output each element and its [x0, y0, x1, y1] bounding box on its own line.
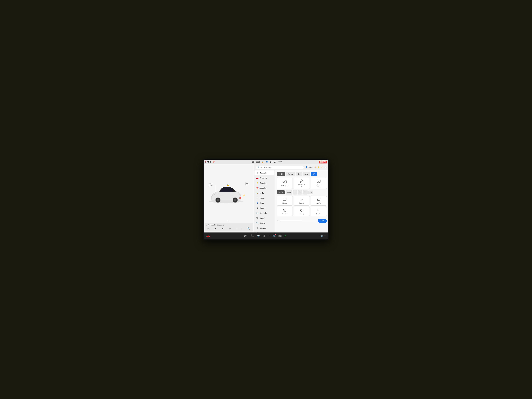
equalizer-button[interactable]: ⋮⋮⋮: [235, 227, 243, 230]
airbag-indicator: PASSENGERAIRBAG OFF: [319, 161, 327, 164]
wiper-off-button[interactable]: Off: [277, 190, 285, 195]
svg-line-40: [285, 211, 286, 211]
wiper-4-button[interactable]: IIII: [309, 190, 313, 194]
sidebar-item-controls[interactable]: ⚙ Controls: [254, 171, 274, 175]
battery-percent: 88%: [252, 161, 255, 163]
dashcam-badge[interactable]: 📹 1: [272, 234, 276, 238]
wiper-2-button[interactable]: II: [298, 190, 302, 195]
play-button[interactable]: ▶: [214, 227, 217, 230]
lights-off-button[interactable]: ☀ Off: [277, 172, 285, 176]
svg-rect-12: [283, 181, 285, 183]
brightness-slider[interactable]: [280, 221, 317, 221]
profile-icon: 👤: [266, 161, 268, 163]
steering-button[interactable]: Steering: [277, 207, 293, 216]
function-grid-1: Fold Mirrors Child: [277, 177, 327, 189]
bell-icon[interactable]: 🔔: [318, 166, 320, 168]
fold-mirrors-button[interactable]: Fold Mirrors: [277, 177, 293, 189]
wiper-auto-button[interactable]: Auto: [286, 190, 292, 195]
svg-point-35: [284, 210, 285, 211]
sidebar-item-autopilot[interactable]: 🎯 Autopilot: [254, 185, 274, 190]
glovebox-button[interactable]: Glovebox: [311, 207, 327, 216]
wiper-icon: [279, 191, 280, 193]
car-icon[interactable]: 🚗: [206, 234, 210, 238]
svg-point-8: [313, 173, 314, 175]
phone-icon[interactable]: 📞: [251, 234, 254, 238]
prev-button[interactable]: ⏮: [207, 227, 210, 230]
lights-on-button[interactable]: On: [296, 172, 302, 176]
svg-point-4: [234, 199, 236, 201]
volume-back-button[interactable]: ‹: [319, 235, 320, 237]
lights-parking-button[interactable]: Parking: [286, 172, 295, 176]
next-button[interactable]: ⏭: [221, 227, 224, 230]
sentry-button[interactable]: Sentry: [294, 207, 310, 216]
spotify-icon[interactable]: ♫: [284, 234, 286, 238]
car-visualization: Open Frunk 🔓 Open Trunk: [205, 165, 253, 220]
car-svg: ⚡: [205, 183, 247, 204]
high-beam-button[interactable]: [310, 172, 317, 176]
camera-icon[interactable]: 📷: [257, 234, 260, 238]
svg-rect-25: [285, 198, 286, 200]
fold-mirrors-label: Fold Mirrors: [281, 185, 289, 187]
charging-icon: ⚡: [256, 182, 259, 184]
sidebar-item-seats[interactable]: 💺 Seats: [254, 201, 274, 205]
home-icon[interactable]: 🏠: [314, 166, 316, 168]
sidebar-item-lights[interactable]: ✦ Lights: [254, 196, 274, 200]
sidebar-item-safety[interactable]: 🛡 Safety: [254, 215, 274, 220]
favorite-button[interactable]: ☆: [228, 227, 231, 230]
autopilot-label: Autopilot: [260, 187, 266, 189]
search-bar[interactable]: 🔍: [256, 166, 304, 169]
more-apps-icon[interactable]: •••: [267, 235, 270, 237]
apps-grid-icon[interactable]: ⊞: [263, 234, 265, 238]
child-lock-button[interactable]: Child Lockoff: [294, 177, 310, 189]
sidebar-item-navigation[interactable]: 🗺 Navigation: [254, 231, 274, 233]
search-media-button[interactable]: 🔍: [247, 227, 251, 230]
paused-button[interactable]: Paused: [294, 196, 310, 206]
wiper-3-button[interactable]: III: [303, 190, 308, 195]
wiper-1-button[interactable]: I: [293, 190, 297, 195]
nav-forward-button[interactable]: ›: [247, 235, 248, 237]
service-icon: 🔧: [256, 222, 259, 224]
charging-label: Charging: [260, 182, 266, 184]
sidebar-item-schedule[interactable]: 🕐 Schedule: [254, 211, 274, 215]
svg-rect-5: [240, 197, 241, 199]
brightness-auto-button[interactable]: Auto: [318, 219, 327, 223]
sidebar-item-software[interactable]: ⬇ Software: [254, 226, 274, 230]
park-indicator: P: [205, 161, 207, 163]
sidebar-item-charging[interactable]: ⚡ Charging: [254, 181, 274, 185]
profile-button[interactable]: 👤 Profile: [305, 166, 313, 168]
battery-fill: [256, 162, 259, 163]
lights-auto-button[interactable]: Auto: [303, 172, 310, 176]
search-input[interactable]: [260, 166, 276, 168]
media-source-label[interactable]: Choose Media Source: [208, 224, 224, 226]
safety-icon: 🛡: [256, 217, 259, 219]
sidebar-item-locks[interactable]: 🔒 Locks: [254, 190, 274, 195]
steering-icon: [283, 208, 287, 212]
brightness-fill: [280, 221, 302, 221]
svg-line-14: [285, 182, 285, 183]
status-right: PASSENGERAIRBAG OFF: [319, 161, 327, 164]
settings-header: 🔍 👤 Profile 🏠 🔔 ⚡ LTE: [254, 165, 328, 170]
glovebox-icon: [317, 208, 321, 212]
volume-mute-button[interactable]: ✕: [324, 235, 326, 237]
status-center: 88% 🔒 👤 2:44 pm 58°F: [215, 161, 319, 163]
dot-3: [230, 221, 230, 221]
brightness-low-icon: -☀: [277, 220, 279, 222]
profile-label: Profile: [308, 166, 313, 168]
sidebar-item-display[interactable]: 🖥 Display: [254, 206, 274, 210]
sentry-label: Sentry: [300, 213, 304, 215]
nav-back-button[interactable]: ‹: [243, 235, 243, 237]
brightness-row: -☀ Auto: [277, 218, 327, 224]
typing-icon[interactable]: T1: [278, 234, 282, 237]
volume-icon: 🔊: [321, 235, 323, 237]
page-dots: [205, 220, 253, 222]
mirrors-button[interactable]: Mirrors: [277, 196, 293, 206]
screen: PRND 88% 🔒 👤 2:44 pm 58°F: [204, 160, 328, 239]
car-wash-button[interactable]: Car Wash: [311, 196, 327, 206]
sidebar-item-service[interactable]: 🔧 Service: [254, 221, 274, 225]
main-area: Open Frunk 🔓 Open Trunk: [204, 165, 328, 233]
bluetooth-icon[interactable]: ⚡: [321, 166, 323, 168]
charging-bolt: ⚡: [242, 194, 245, 197]
sidebar-item-dynamics[interactable]: 🚗 Dynamics: [254, 176, 274, 180]
svg-line-9: [314, 173, 315, 173]
window-lock-button[interactable]: WindowLock: [311, 177, 327, 189]
